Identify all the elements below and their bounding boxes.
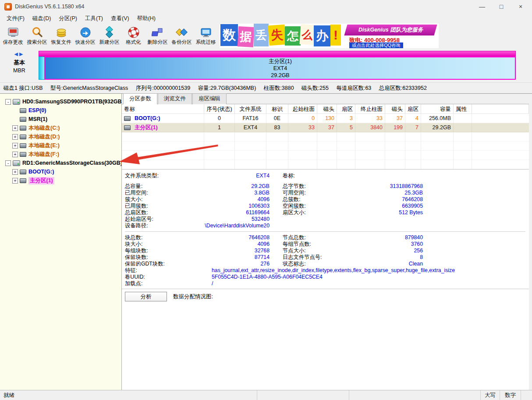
collapse-toggle-icon[interactable] xyxy=(5,160,11,166)
column-header[interactable]: 扇区 xyxy=(405,104,421,114)
tree-item-local-disk-c[interactable]: 本地磁盘(C:) xyxy=(0,124,121,132)
menu-disk[interactable]: 磁盘(D) xyxy=(28,14,55,24)
ad-tile: ! xyxy=(330,25,341,46)
detail-label: 总容量: xyxy=(125,183,142,190)
column-header[interactable]: 磁头 xyxy=(317,104,337,114)
disk-info-bar: 磁盘1 接口:USB 型号:GenericMassStorageClass 序列… xyxy=(0,82,532,94)
tree-item-msr[interactable]: MSR(1) xyxy=(0,115,121,124)
disk-header-strip[interactable] xyxy=(39,51,516,57)
window-controls: — □ × xyxy=(472,0,530,13)
ad-qq-link[interactable]: 或点击此处选择QQ咨询 xyxy=(349,42,403,48)
maximize-button[interactable]: □ xyxy=(492,0,511,13)
promo-banner[interactable]: 数 据 丢 失 怎 么 办 ! DiskGenius 团队为您服务 致电: 40… xyxy=(220,24,439,48)
recover-files-button[interactable]: 恢复文件 xyxy=(49,24,73,48)
tree-item-esp[interactable]: ESP(0) xyxy=(0,106,121,115)
status-segment xyxy=(257,390,349,400)
column-header[interactable]: 文件系统 xyxy=(235,104,266,114)
titlebar: DiskGenius V5.6.1.1580 x64 — □ × xyxy=(0,0,532,13)
tree-item-boot-g[interactable]: BOOT(G:) xyxy=(0,167,121,176)
toolbar-label: 格式化 xyxy=(126,39,141,46)
tab-sector-edit[interactable]: 扇区编辑 xyxy=(192,93,227,104)
detail-value: 61169664 xyxy=(246,209,270,216)
detail-row: 已用空间:3.8GB 可用空间:25.3GB xyxy=(125,190,525,196)
delete-partition-button[interactable]: 删除分区 xyxy=(145,24,170,48)
detail-label: 保留块数: xyxy=(125,254,148,261)
backup-partition-button[interactable]: 备份分区 xyxy=(170,24,194,48)
partition-style-label: MBR xyxy=(13,67,25,74)
toolbar-label: 搜索分区 xyxy=(27,39,47,46)
column-header[interactable]: 磁头 xyxy=(385,104,405,114)
detail-label: 加载点: xyxy=(125,280,212,287)
collapse-toggle-icon[interactable] xyxy=(5,99,11,105)
disk-overview-bar: 主分区(1) EXT4 29.2GB xyxy=(39,51,516,82)
search-partition-button[interactable]: 搜索分区 xyxy=(25,24,49,48)
column-header[interactable]: 卷标 xyxy=(122,104,204,114)
tree-item-main-partition[interactable]: 主分区(1) xyxy=(0,176,121,185)
menu-tools[interactable]: 工具(T) xyxy=(81,14,107,24)
save-changes-icon xyxy=(7,26,19,39)
detail-value: 7646208 xyxy=(248,234,270,241)
toolbar-label: 备份分区 xyxy=(172,39,192,46)
statusbar: 就绪 大写 数字 xyxy=(0,390,532,400)
column-header[interactable]: 起始柱面 xyxy=(288,104,317,114)
close-button[interactable]: × xyxy=(511,0,530,13)
tree-item-local-disk-e[interactable]: 本地磁盘(E:) xyxy=(0,141,121,150)
main-partition-segment[interactable]: 主分区(1) EXT4 29.2GB xyxy=(45,57,516,80)
tree-item-local-disk-d[interactable]: 本地磁盘(D:) xyxy=(0,132,121,141)
column-header[interactable]: 序号(状态) xyxy=(204,104,235,114)
detail-row: 起始扇区号:532480 xyxy=(125,216,525,223)
column-header[interactable]: 属性 xyxy=(454,104,472,114)
column-header[interactable]: 标识 xyxy=(266,104,288,114)
analyze-button[interactable]: 分析 xyxy=(125,292,167,301)
segment-filesystem: EXT4 xyxy=(273,65,287,72)
system-migration-button[interactable]: 系统迁移 xyxy=(194,24,218,48)
recover-files-icon xyxy=(55,26,67,39)
new-partition-button[interactable]: 新建分区 xyxy=(97,24,121,48)
detail-label: 特征: xyxy=(125,267,212,274)
detail-row: 文件系统类型:EXT4 卷标: xyxy=(125,173,525,179)
prev-disk-icon[interactable]: ◀ xyxy=(14,51,19,57)
partition-row-boot[interactable]: BOOT(G:) 0 FAT16 0E 0 130 3 33 37 4 256.… xyxy=(122,114,529,123)
detail-value: 8 xyxy=(420,254,423,261)
tab-browse-files[interactable]: 浏览文件 xyxy=(158,93,192,104)
tab-partition-parameters[interactable]: 分区参数 xyxy=(123,93,157,104)
detail-value: 3.8GB xyxy=(254,190,270,196)
expand-toggle-icon[interactable] xyxy=(12,143,18,149)
menu-view[interactable]: 查看(V) xyxy=(107,14,133,24)
tree-item-rd1[interactable]: RD1:GenericMassStorageClass(30GB) xyxy=(0,159,121,167)
toolbar-label: 新建分区 xyxy=(99,39,120,46)
minimize-button[interactable]: — xyxy=(472,0,492,13)
expand-toggle-icon[interactable] xyxy=(12,125,18,131)
expand-toggle-icon[interactable] xyxy=(12,152,18,157)
segment-partition-name: 主分区(1) xyxy=(269,58,292,65)
disk-info-sectors-per-track: 每道扇区数:63 xyxy=(336,85,371,91)
boot-partition-segment[interactable] xyxy=(39,57,45,80)
column-header[interactable]: 终止柱面 xyxy=(355,104,385,114)
expand-toggle-icon[interactable] xyxy=(12,178,18,184)
save-changes-button[interactable]: 保存更改 xyxy=(1,24,25,48)
tree-item-hd0[interactable]: HD0:SamsungSSD990PRO1TB(932GB xyxy=(0,97,121,106)
next-disk-icon[interactable]: ▶ xyxy=(19,51,24,57)
menu-help[interactable]: 帮助(H) xyxy=(133,14,160,24)
format-button[interactable]: 格式化 xyxy=(121,24,145,48)
detail-label: 保留的GDT块数: xyxy=(125,261,165,267)
detail-label: 总字节数: xyxy=(283,183,306,190)
menu-file[interactable]: 文件(F) xyxy=(3,14,28,24)
detail-row: 块总数:7646208 节点总数:879840 xyxy=(125,234,525,241)
expand-toggle-icon[interactable] xyxy=(12,169,18,175)
menu-partition[interactable]: 分区(P) xyxy=(55,14,81,24)
partition-icon xyxy=(20,178,26,183)
column-header[interactable]: 容量 xyxy=(421,104,454,114)
ad-tile: 办 xyxy=(314,25,330,46)
partition-row-main[interactable]: 主分区(1) 1 EXT4 83 33 37 5 3840 199 7 29.2… xyxy=(122,123,529,132)
partition-table: 卷标 序号(状态) 文件系统 标识 起始柱面 磁头 扇区 终止柱面 磁头 扇区 … xyxy=(122,104,529,169)
expand-toggle-icon[interactable] xyxy=(12,134,18,140)
disk-info-capacity: 容量:29.7GB(30436MB) xyxy=(198,85,256,91)
detail-value: \Device\HarddiskVolume20 xyxy=(205,223,270,229)
detail-label: 每组块数: xyxy=(125,248,148,254)
volume-details: 文件系统类型:EXT4 卷标: 总容量:29.2GB 总字节数:31318867… xyxy=(122,170,529,289)
tree-item-local-disk-f[interactable]: 本地磁盘(F:) xyxy=(0,150,121,159)
table-empty-row xyxy=(122,142,529,151)
quick-partition-button[interactable]: 快速分区 xyxy=(73,24,97,48)
column-header[interactable]: 扇区 xyxy=(337,104,355,114)
